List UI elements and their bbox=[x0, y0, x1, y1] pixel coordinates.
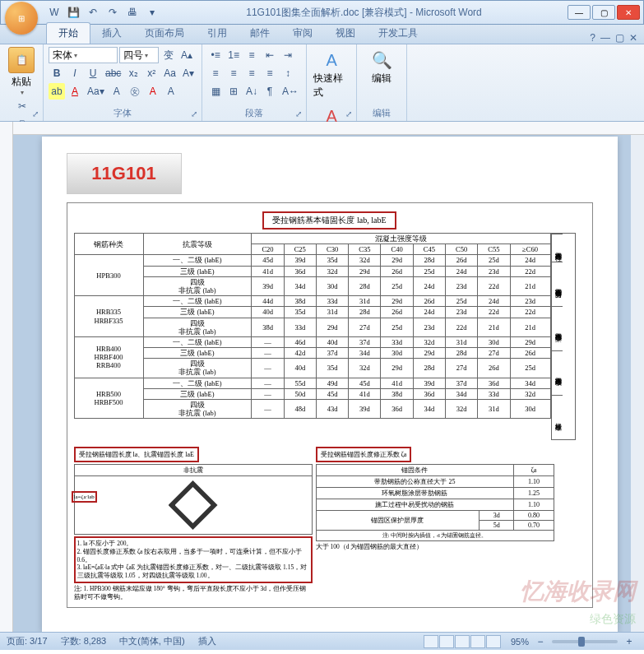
multilevel-button[interactable]: ≡ bbox=[243, 47, 260, 63]
tab-review[interactable]: 审阅 bbox=[281, 23, 324, 44]
show-marks-button[interactable]: ¶ bbox=[262, 83, 278, 100]
justify-button[interactable]: ≡ bbox=[262, 65, 278, 81]
highlight-button[interactable]: ab bbox=[49, 83, 65, 100]
paste-label: 粘贴 bbox=[12, 75, 31, 89]
grow-font-button[interactable]: A▴ bbox=[178, 47, 195, 63]
font-launcher[interactable]: ⤢ bbox=[188, 108, 200, 119]
status-words[interactable]: 字数: 8,283 bbox=[61, 635, 107, 647]
borders-button[interactable]: ⊞ bbox=[225, 83, 242, 100]
font-color-button[interactable]: A bbox=[67, 83, 83, 100]
paragraph-launcher[interactable]: ⤢ bbox=[293, 108, 304, 119]
tab-mail[interactable]: 邮件 bbox=[239, 23, 281, 44]
status-mode[interactable]: 插入 bbox=[198, 635, 216, 647]
bullets-button[interactable]: •≡ bbox=[207, 47, 224, 63]
save-button[interactable]: 💾 bbox=[65, 5, 81, 20]
sort-button[interactable]: A↓ bbox=[243, 83, 260, 100]
data-cell: 33d bbox=[478, 388, 510, 399]
title-bar: W 💾 ↶ ↷ 🖶 ▾ 11G101图集全面解析.doc [兼容模式] - Mi… bbox=[0, 0, 644, 25]
subscript-button[interactable]: x₂ bbox=[125, 65, 141, 81]
char-scale-button[interactable]: A↔ bbox=[280, 83, 301, 100]
align-right-button[interactable]: ≡ bbox=[243, 65, 260, 81]
quickprint-button[interactable]: 🖶 bbox=[124, 5, 141, 20]
indent-inc-button[interactable]: ⇥ bbox=[280, 47, 296, 63]
tab-insert[interactable]: 插入 bbox=[90, 23, 133, 44]
clipboard-launcher[interactable]: ⤢ bbox=[30, 108, 41, 119]
bold-button[interactable]: B bbox=[49, 65, 65, 81]
data-cell: 31d bbox=[478, 400, 510, 419]
change-case-button[interactable]: Aa▾ bbox=[85, 83, 107, 100]
vertical-ruler[interactable] bbox=[0, 122, 13, 632]
tab-reference[interactable]: 引用 bbox=[196, 23, 239, 44]
tab-dev[interactable]: 开发工具 bbox=[367, 23, 429, 44]
status-language[interactable]: 中文(简体, 中国) bbox=[119, 635, 184, 647]
redo-button[interactable]: ↷ bbox=[104, 5, 121, 20]
minimize-ribbon-inner[interactable]: — bbox=[600, 32, 610, 44]
font-name-combo[interactable]: 宋体▾ bbox=[49, 47, 118, 63]
restore-ribbon[interactable]: ▢ bbox=[615, 32, 624, 44]
qat-customize[interactable]: ▾ bbox=[144, 5, 160, 20]
char-border-button[interactable]: A bbox=[109, 83, 125, 100]
view-fullscreen[interactable] bbox=[439, 635, 454, 648]
underline-button[interactable]: U bbox=[85, 65, 101, 81]
undo-button[interactable]: ↶ bbox=[85, 5, 101, 20]
vertical-scrollbar[interactable] bbox=[631, 135, 644, 632]
clear-format-button[interactable]: Aa bbox=[161, 65, 178, 81]
data-cell: 29d bbox=[413, 348, 445, 359]
office-button[interactable]: ⊞ bbox=[5, 2, 38, 35]
zoom-slider[interactable] bbox=[552, 640, 618, 643]
help-button[interactable]: ? bbox=[590, 32, 595, 44]
data-cell: 31d bbox=[316, 307, 348, 318]
data-cell: 24d bbox=[478, 296, 510, 307]
align-center-button[interactable]: ≡ bbox=[225, 65, 242, 81]
superscript-button[interactable]: x² bbox=[143, 65, 160, 81]
data-cell: 39d bbox=[413, 378, 445, 388]
find-button[interactable]: 🔍 编辑 bbox=[362, 47, 401, 87]
indent-dec-button[interactable]: ⇤ bbox=[262, 47, 278, 63]
view-web[interactable] bbox=[455, 635, 470, 648]
status-page[interactable]: 页面: 3/17 bbox=[7, 635, 48, 647]
bottom-right-title: 受拉钢筋锚固长度修正系数 ζa bbox=[316, 447, 412, 462]
close-ribbon[interactable]: ✕ bbox=[629, 32, 637, 44]
view-outline[interactable] bbox=[470, 635, 485, 648]
tab-home[interactable]: 开始 bbox=[46, 22, 90, 44]
shading-button[interactable]: ▦ bbox=[207, 83, 224, 100]
paste-dropdown[interactable]: ▾ bbox=[21, 89, 24, 96]
shrink-font-button[interactable]: A▾ bbox=[180, 65, 197, 81]
document-page[interactable]: 11G101 受拉钢筋基本锚固长度 lab, labE 钢筋种类 抗震等级 混凝… bbox=[42, 137, 618, 632]
paste-button[interactable]: 📋 粘贴 ▾ bbox=[5, 47, 38, 96]
bottom-footer-note: 大于 100（d 为锚固钢筋的最大直径） bbox=[316, 543, 554, 551]
line-spacing-button[interactable]: ↕ bbox=[280, 65, 296, 81]
strike-button[interactable]: abc bbox=[103, 65, 123, 81]
view-print-layout[interactable] bbox=[424, 635, 438, 648]
cut-button[interactable]: ✂ bbox=[14, 98, 30, 114]
data-cell: 30d bbox=[510, 400, 550, 419]
numbering-button[interactable]: 1≡ bbox=[225, 47, 242, 63]
side-label: 标准构造详图 梁 bbox=[552, 306, 563, 350]
zoom-in-button[interactable]: + bbox=[621, 633, 637, 650]
align-left-button[interactable]: ≡ bbox=[207, 65, 224, 81]
italic-button[interactable]: I bbox=[67, 65, 83, 81]
view-draft[interactable] bbox=[486, 635, 501, 648]
tab-layout[interactable]: 页面布局 bbox=[133, 23, 196, 44]
data-cell: 28d bbox=[413, 255, 445, 266]
font-grow2-button[interactable]: A bbox=[145, 83, 161, 100]
zoom-level[interactable]: 95% bbox=[511, 637, 529, 647]
data-cell: 33d bbox=[316, 296, 348, 307]
minimize-button[interactable]: — bbox=[568, 5, 591, 20]
quick-styles-button[interactable]: A 快速样式 bbox=[312, 47, 351, 101]
font-size-combo[interactable]: 四号▾ bbox=[119, 47, 159, 63]
close-button[interactable]: ✕ bbox=[617, 5, 640, 20]
data-cell: 34d bbox=[413, 400, 445, 419]
data-cell: 26d bbox=[478, 359, 510, 378]
circled-char-button[interactable]: ㊛ bbox=[127, 83, 143, 100]
font-shrink2-button[interactable]: A bbox=[163, 83, 179, 100]
data-cell: 39d bbox=[284, 255, 316, 266]
horizontal-ruler[interactable] bbox=[0, 122, 644, 135]
zoom-out-button[interactable]: − bbox=[532, 633, 549, 650]
tab-view[interactable]: 视图 bbox=[324, 23, 367, 44]
phonetic-button[interactable]: 变 bbox=[160, 47, 177, 63]
group-styles: A 快速样式 A 更改样式 样式 ⤢ bbox=[307, 44, 357, 121]
maximize-button[interactable]: ▢ bbox=[592, 5, 615, 20]
note-line: 1. la 不应小于 200。 bbox=[77, 540, 309, 548]
styles-launcher[interactable]: ⤢ bbox=[343, 108, 354, 119]
